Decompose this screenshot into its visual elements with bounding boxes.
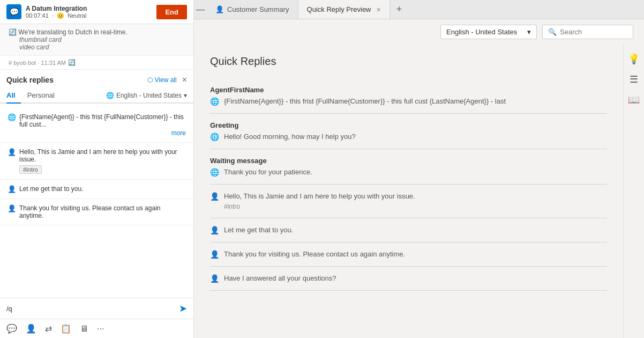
card-item-thumbnail: thumbnail card — [19, 36, 185, 43]
tab-customer-summary[interactable]: 👤 Customer Summary — [207, 0, 298, 19]
qr-item-intro[interactable]: 👤 Hello, This is Jamie and I am here to … — [210, 185, 607, 218]
input-area: ➤ — [0, 298, 193, 319]
quick-replies-header: Quick replies ⬡ View all × — [0, 70, 193, 88]
qr-title: Waiting message — [210, 157, 607, 165]
qr-item-greeting[interactable]: Greeting 🌐 Hello! Good morning, how may … — [210, 114, 607, 149]
sentiment-dot: · — [52, 12, 54, 19]
person-icon: 👤 — [8, 204, 16, 212]
send-button[interactable]: ➤ — [179, 303, 187, 314]
end-button[interactable]: End — [156, 5, 187, 19]
right-content: Quick Replies AgentFirstName 🌐 {FirstNam… — [194, 45, 623, 338]
notes-toolbar-icon[interactable]: 📋 — [61, 324, 71, 334]
view-all-button[interactable]: ⬡ View all — [147, 76, 177, 84]
qr-text: Hello! Good morning, how may I help you? — [224, 133, 356, 141]
reply-body: Let me get that to you. — [19, 185, 83, 193]
header-info: 💬 A Datum Integration 00:07:41 · 😐 Neutr… — [6, 4, 87, 19]
qr-body: 🌐 Hello! Good morning, how may I help yo… — [210, 133, 607, 141]
qr-text: Have I answered all your questions? — [224, 274, 336, 282]
reply-body: Thank you for visiting us. Please contac… — [19, 204, 186, 219]
page-title: Quick Replies — [210, 55, 607, 68]
book-icon[interactable]: 📖 — [628, 94, 640, 106]
qr-item-waiting[interactable]: Waiting message 🌐 Thank you for your pat… — [210, 149, 607, 185]
tab-label: Quick Reply Preview — [307, 5, 371, 13]
expand-icon: ⬡ — [147, 76, 153, 84]
view-all-label: View all — [155, 76, 177, 84]
company-name: A Datum Integration — [26, 5, 87, 12]
reply-body: Hello, This is Jamie and I am here to he… — [19, 148, 177, 163]
qr-body: 👤 Let me get that to you. — [210, 226, 607, 234]
more-link[interactable]: more — [19, 129, 186, 137]
qr-tag: #intro — [224, 203, 607, 210]
person-icon: 👤 — [8, 185, 16, 193]
header-actions: ⬡ View all × — [147, 75, 187, 85]
reply-text: 🌐 {FirstName{Agent}} - this frist {FullN… — [8, 113, 186, 137]
translate-icon: 🔄 — [9, 28, 17, 36]
language-dropdown[interactable]: English - United States ▾ — [440, 25, 537, 39]
qr-text: Thank you for visiting us. Please contac… — [224, 250, 405, 258]
language-selector[interactable]: 🌐 English - United States ▾ — [106, 92, 187, 99]
tab-icon: 👤 — [215, 5, 224, 13]
dropdown-chevron-icon: ▾ — [527, 28, 531, 36]
timer-value: 00:07:41 — [26, 12, 49, 19]
qr-title: Greeting — [210, 121, 607, 129]
tab-label: Customer Summary — [227, 5, 289, 13]
list-icon[interactable]: ☰ — [630, 74, 638, 85]
qr-item-thankyou[interactable]: 👤 Thank you for visiting us. Please cont… — [210, 243, 607, 267]
card-list: thumbnail card video card — [9, 36, 185, 51]
list-item[interactable]: 🌐 {FirstName{Agent}} - this frist {FullN… — [0, 108, 193, 143]
tab-all[interactable]: All — [6, 88, 21, 104]
plus-icon: + — [396, 4, 402, 15]
bottom-toolbar: 💬 👤 ⇄ 📋 🖥 ··· — [0, 319, 193, 338]
left-panel: 💬 A Datum Integration 00:07:41 · 😐 Neutr… — [0, 0, 194, 338]
reply-text: 👤 Hello, This is Jamie and I am here to … — [8, 148, 186, 174]
list-item[interactable]: 👤 Thank you for visiting us. Please cont… — [0, 199, 193, 225]
byob-line: # byob bot · 11:31 AM 🔄 — [0, 56, 193, 70]
side-icons: 💡 ☰ 📖 — [623, 45, 644, 338]
list-item[interactable]: 👤 Let me get that to you. — [0, 180, 193, 199]
qr-body: 👤 Hello, This is Jamie and I am here to … — [210, 192, 607, 201]
translate-small-icon: 🔄 — [68, 59, 76, 66]
translation-bar: 🔄 We're translating to Dutch in real-tim… — [0, 24, 193, 56]
search-input[interactable] — [560, 28, 624, 36]
search-icon: 🔍 — [548, 28, 557, 36]
list-item[interactable]: 👤 Hello, This is Jamie and I am here to … — [0, 143, 193, 180]
byob-text: # byob bot · 11:31 AM — [9, 60, 66, 66]
close-button[interactable]: × — [182, 75, 187, 85]
quick-reply-toolbar-icon[interactable]: 💬 — [6, 324, 17, 334]
more-toolbar-icon[interactable]: ··· — [97, 324, 104, 334]
chat-header: 💬 A Datum Integration 00:07:41 · 😐 Neutr… — [0, 0, 193, 24]
tab-close-icon[interactable]: × — [377, 5, 381, 14]
tabs-row: All Personal 🌐 English - United States ▾ — [0, 88, 193, 104]
qr-item-agentfirstname[interactable]: AgentFirstName 🌐 {FirstName{Agent}} - th… — [210, 78, 607, 114]
transfer-toolbar-icon[interactable]: ⇄ — [45, 324, 52, 334]
qr-text: Hello, This is Jamie and I am here to he… — [224, 192, 415, 200]
reply-tag: #intro — [19, 165, 42, 174]
reply-text: 👤 Let me get that to you. — [8, 185, 186, 193]
person-toolbar-icon[interactable]: 👤 — [26, 324, 36, 334]
tabs-bar: — 👤 Customer Summary Quick Reply Preview… — [194, 0, 644, 19]
card-item-video: video card — [19, 43, 185, 51]
reply-body: {FirstName{Agent}} - this frist {FullNam… — [19, 113, 184, 128]
timer-row: 00:07:41 · 😐 Neutral — [26, 12, 87, 19]
replies-list: 🌐 {FirstName{Agent}} - this frist {FullN… — [0, 104, 193, 298]
minimize-button[interactable]: — — [194, 5, 207, 14]
globe-icon: 🌐 — [8, 113, 16, 121]
qr-item-answered[interactable]: 👤 Have I answered all your questions? — [210, 267, 607, 291]
person-icon: 👤 — [210, 192, 220, 201]
tab-personal[interactable]: Personal — [27, 88, 60, 102]
qr-text: Let me get that to you. — [224, 226, 293, 234]
sentiment-label: Neutral — [68, 12, 86, 19]
screen-share-toolbar-icon[interactable]: 🖥 — [80, 324, 88, 334]
tab-quick-reply-preview[interactable]: Quick Reply Preview × — [298, 0, 390, 19]
search-box: 🔍 — [542, 25, 633, 39]
reply-text: 👤 Thank you for visiting us. Please cont… — [8, 204, 186, 219]
globe-icon: 🌐 — [106, 92, 114, 99]
lightbulb-icon[interactable]: 💡 — [628, 53, 640, 65]
qr-body: 🌐 {FirstName{Agent}} - this frist {FullN… — [210, 97, 607, 106]
add-tab-button[interactable]: + — [390, 4, 409, 15]
qr-title: AgentFirstName — [210, 86, 607, 94]
qr-item-getit[interactable]: 👤 Let me get that to you. — [210, 218, 607, 243]
qr-text: Thank you for your patience. — [224, 168, 312, 176]
lang-selector-label: English - United States — [116, 92, 182, 99]
chat-input[interactable] — [6, 305, 175, 313]
